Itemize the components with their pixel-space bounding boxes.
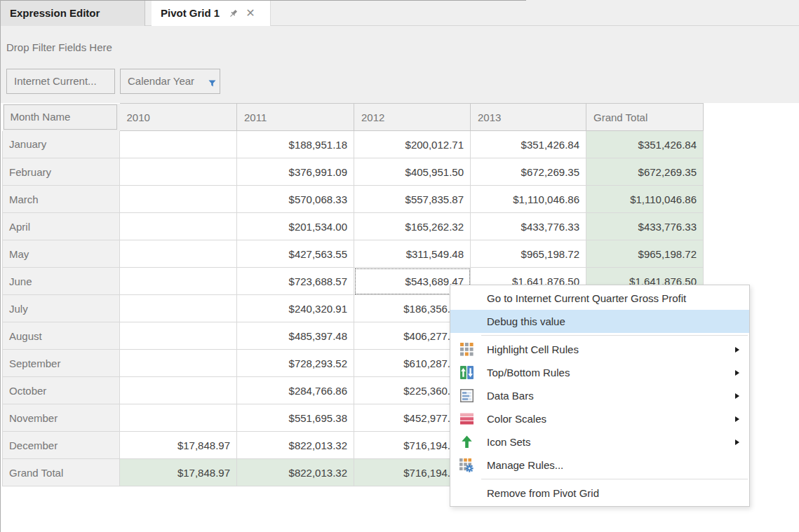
menu-item-color-scales[interactable]: Color Scales <box>450 407 749 430</box>
row-header-september[interactable]: September <box>3 350 120 377</box>
drop-filter-hint: Drop Filter Fields Here <box>6 41 112 53</box>
pivot-cell[interactable]: $351,426.84 <box>471 131 586 158</box>
row-header-grand-total[interactable]: Grand Total <box>3 459 120 486</box>
month-name-field[interactable]: Month Name <box>4 104 117 130</box>
menu-item-label: Color Scales <box>487 413 546 425</box>
row-area-corner: Month Name <box>3 104 120 131</box>
table-row: February$376,991.09$405,951.50$672,269.3… <box>3 158 704 186</box>
pivot-cell[interactable]: $965,198.72 <box>586 240 704 268</box>
row-header-may[interactable]: May <box>3 240 120 268</box>
filter-funnel-icon[interactable] <box>208 72 216 96</box>
row-header-august[interactable]: August <box>3 322 120 350</box>
menu-item-top-bottom-rules[interactable]: Top/Bottom Rules <box>450 361 749 384</box>
pivot-cell[interactable] <box>120 240 237 268</box>
pivot-cell[interactable]: $201,534.00 <box>237 213 354 240</box>
row-header-april[interactable]: April <box>3 213 120 240</box>
submenu-arrow-icon <box>735 416 739 422</box>
submenu-arrow-icon <box>735 370 739 376</box>
pivot-cell[interactable]: $284,766.86 <box>237 377 354 404</box>
pivot-cell[interactable] <box>120 268 237 295</box>
pivot-cell[interactable] <box>120 377 237 404</box>
submenu-arrow-icon <box>735 439 739 445</box>
pivot-cell[interactable]: $822,013.32 <box>237 432 354 459</box>
pivot-cell[interactable]: $200,012.71 <box>354 131 471 158</box>
pivot-cell[interactable]: $376,991.09 <box>237 158 354 186</box>
tab-pivot-grid-1[interactable]: Pivot Grid 1 ✕ <box>152 1 271 26</box>
tab-expression-editor[interactable]: Expression Editor <box>0 1 145 26</box>
pivot-cell[interactable]: $672,269.35 <box>586 158 704 186</box>
row-header-november[interactable]: November <box>3 404 120 432</box>
pivot-cell[interactable]: $723,688.57 <box>237 268 354 295</box>
pivot-cell[interactable]: $672,269.35 <box>471 158 586 186</box>
pivot-cell[interactable]: $551,695.38 <box>237 404 354 432</box>
pane-top-border <box>0 0 526 1</box>
pivot-cell[interactable] <box>120 350 237 377</box>
icon-sets-icon <box>459 435 474 450</box>
pivot-cell[interactable]: $427,563.55 <box>237 240 354 268</box>
menu-separator <box>481 335 748 336</box>
pivot-cell[interactable]: $17,848.97 <box>120 432 237 459</box>
manage-rules-icon <box>459 458 474 473</box>
menu-item-icon-sets[interactable]: Icon Sets <box>450 430 749 453</box>
context-menu: Go to Internet Current Quarter Gross Pro… <box>450 285 750 507</box>
pivot-cell[interactable]: $188,951.18 <box>237 131 354 158</box>
menu-item-debug-this-value[interactable]: Debug this value <box>450 310 749 333</box>
pivot-cell[interactable] <box>120 131 237 158</box>
menu-item-go-to-internet-current-quarter-gross-profit[interactable]: Go to Internet Current Quarter Gross Pro… <box>450 287 749 310</box>
pivot-cell[interactable]: $405,951.50 <box>354 158 471 186</box>
menu-item-label: Data Bars <box>487 390 534 402</box>
pivot-cell[interactable]: $351,426.84 <box>586 131 704 158</box>
pivot-cell[interactable] <box>120 404 237 432</box>
menu-separator <box>481 479 748 479</box>
row-header-january[interactable]: January <box>3 131 120 158</box>
menu-item-data-bars[interactable]: Data Bars <box>450 384 749 407</box>
menu-item-highlight-cell-rules[interactable]: Highlight Cell Rules <box>450 338 749 361</box>
column-header-2011[interactable]: 2011 <box>237 104 354 131</box>
menu-item-label: Top/Bottom Rules <box>487 367 570 378</box>
pivot-cell[interactable]: $570,068.33 <box>237 186 354 213</box>
column-header-2013[interactable]: 2013 <box>471 104 586 131</box>
menu-item-label: Icon Sets <box>487 436 531 448</box>
close-icon[interactable]: ✕ <box>246 8 255 19</box>
menu-item-label: Remove from Pivot Grid <box>487 487 599 499</box>
highlight-cell-rules-icon <box>459 342 474 357</box>
pivot-cell[interactable]: $822,013.32 <box>237 459 354 486</box>
pin-icon[interactable] <box>228 8 239 19</box>
pivot-cell[interactable] <box>120 213 237 240</box>
filter-field-calendar-year[interactable]: Calendar Year <box>120 69 220 94</box>
pivot-cell[interactable]: $1,110,046.86 <box>586 186 704 213</box>
pivot-cell[interactable]: $17,848.97 <box>120 459 237 486</box>
pivot-cell[interactable]: $965,198.72 <box>471 240 586 268</box>
menu-item-manage-rules[interactable]: Manage Rules... <box>450 453 749 477</box>
pivot-cell[interactable]: $485,397.48 <box>237 322 354 350</box>
column-header-grand-total[interactable]: Grand Total <box>586 104 704 131</box>
table-row: April$201,534.00$165,262.32$433,776.33$4… <box>3 213 704 240</box>
row-header-february[interactable]: February <box>3 158 120 186</box>
pivot-cell[interactable]: $728,293.52 <box>237 350 354 377</box>
tab-label: Pivot Grid 1 <box>161 1 220 26</box>
table-row: January$188,951.18$200,012.71$351,426.84… <box>3 131 704 158</box>
pivot-cell[interactable]: $557,835.87 <box>354 186 471 213</box>
column-header-2012[interactable]: 2012 <box>354 104 471 131</box>
pivot-grid-pane: Drop Filter Fields Here Internet Current… <box>0 26 799 532</box>
row-header-october[interactable]: October <box>3 377 120 404</box>
row-header-december[interactable]: December <box>3 432 120 459</box>
pivot-cell[interactable]: $433,776.33 <box>471 213 586 240</box>
pivot-cell[interactable]: $311,549.48 <box>354 240 471 268</box>
row-header-june[interactable]: June <box>3 268 120 295</box>
row-header-march[interactable]: March <box>3 186 120 213</box>
pivot-cell[interactable]: $433,776.33 <box>586 213 704 240</box>
pivot-cell[interactable]: $165,262.32 <box>354 213 471 240</box>
filter-field-internet-current[interactable]: Internet Current... <box>6 69 115 94</box>
pivot-cell[interactable] <box>120 322 237 350</box>
table-row: May$427,563.55$311,549.48$965,198.72$965… <box>3 240 704 268</box>
pivot-cell[interactable] <box>120 295 237 322</box>
pivot-cell[interactable]: $1,110,046.86 <box>471 186 586 213</box>
pivot-cell[interactable] <box>120 158 237 186</box>
table-row: March$570,068.33$557,835.87$1,110,046.86… <box>3 186 704 213</box>
row-header-july[interactable]: July <box>3 295 120 322</box>
column-header-2010[interactable]: 2010 <box>120 104 237 131</box>
pivot-cell[interactable]: $240,320.91 <box>237 295 354 322</box>
menu-item-remove-from-pivot-grid[interactable]: Remove from Pivot Grid <box>450 482 749 505</box>
pivot-cell[interactable] <box>120 186 237 213</box>
